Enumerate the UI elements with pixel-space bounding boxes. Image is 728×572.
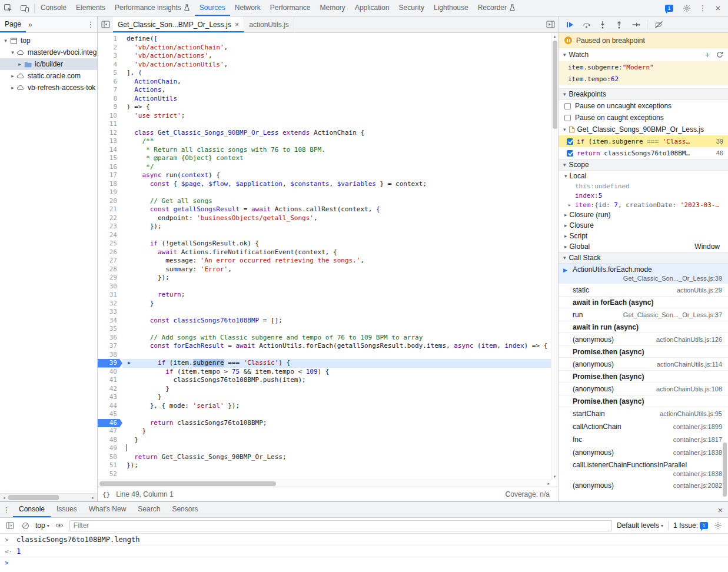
tab-memory[interactable]: Memory [315,0,350,16]
watch-item[interactable]: item.tempo: 62 [559,73,728,85]
line-number[interactable]: 51 [98,461,122,470]
console-input-row[interactable]: >classicSongs76to108BMP.length [0,534,728,546]
scrollbar-thumb[interactable] [553,41,557,129]
scope-section-local[interactable]: ▾Local [559,171,728,181]
line-number[interactable]: 30 [98,282,122,291]
tab-lighthouse[interactable]: Lighthouse [429,0,473,16]
code-text[interactable]: // Get all songs [122,197,551,206]
checkbox[interactable] [567,138,573,145]
line-number[interactable]: 17 [98,171,122,180]
code-text[interactable] [122,282,551,291]
line-number[interactable]: 38 [98,351,122,360]
tree-item-top[interactable]: ▾top [0,35,97,46]
line-number[interactable]: 18 [98,180,122,189]
line-number[interactable]: 42 [98,385,122,394]
toggle-pause-on-caught-exceptions[interactable]: Pause on caught exceptions [559,112,728,124]
code-text[interactable]: } [122,393,551,402]
code-text[interactable]: ], ( [122,69,551,78]
close-devtools-icon[interactable]: × [710,3,726,13]
stack-frame-actionutils-foreach-mode[interactable]: ▶ActionUtils.forEach.modeGet_Classic_Son… [559,264,728,284]
line-number[interactable]: 10 [98,112,122,121]
code-lines[interactable]: 1define([2 'vb/action/actionChain',3 'vb… [98,33,551,480]
code-text[interactable]: // Add songs with Classic subgenre and t… [122,334,551,342]
line-number[interactable]: 23 [98,222,122,231]
code-text[interactable]: 'use strict'; [122,112,551,121]
line-number[interactable]: 12 [98,129,122,138]
line-number[interactable]: 21 [98,205,122,214]
tab-performance[interactable]: Performance [265,0,315,16]
line-number[interactable]: 20 [98,197,122,206]
step-into-icon[interactable] [597,19,608,30]
step-out-icon[interactable] [614,19,624,30]
inspect-element-icon[interactable] [0,0,16,16]
code-text[interactable] [122,444,551,453]
scope-variable-this[interactable]: this: undefined [559,181,728,191]
line-number[interactable]: 16 [98,163,122,172]
code-text[interactable]: } [122,385,551,394]
editor-vertical-scrollbar[interactable]: ▴ ▾ [551,33,558,480]
code-text[interactable]: define([ [122,35,551,44]
code-text[interactable]: Actions, [122,86,551,95]
stack-frame-run[interactable]: runGet_Classic_Son..._Or_Less.js:37 [559,308,728,321]
code-text[interactable] [122,308,551,317]
resume-script-icon[interactable] [564,19,575,30]
scope-section-closure-run[interactable]: ▸Closure (run) [559,209,728,220]
line-number[interactable]: 7 [98,86,122,95]
tree-item-vb-refresh-access-tok[interactable]: ▸vb-refresh-access-tok [0,82,97,94]
code-text[interactable]: ▶ if (item.subgenre === 'Classic') { [122,359,551,368]
scrollbar-thumb[interactable] [8,495,59,500]
code-text[interactable]: */ [122,163,551,172]
code-text[interactable]: }, { mode: 'serial' }); [122,402,551,411]
code-text[interactable]: 'vb/action/actionChain', [122,44,551,52]
console-result-row[interactable]: <·1 [0,546,728,557]
line-number[interactable]: 37 [98,342,122,351]
deactivate-breakpoints-icon[interactable] [653,19,664,30]
tab-sources[interactable]: Sources [195,0,230,16]
step-icon[interactable] [630,19,641,30]
tree-item-static-oracle-com[interactable]: ▸static.oracle.com [0,70,97,82]
clear-console-icon[interactable] [20,520,31,531]
code-text[interactable]: return classicSongs76to108BMP; [122,419,551,428]
code-text[interactable]: await Actions.fireNotificationEvent(cont… [122,248,551,257]
line-number[interactable]: 47 [98,427,122,436]
code-text[interactable] [122,351,551,360]
breakpoint-entry[interactable]: if (item.subgenre === 'Class…39 [559,135,728,147]
line-number[interactable]: 32 [98,300,122,308]
code-text[interactable]: const getallSongsResult = await Actions.… [122,205,551,214]
console-prompt-row[interactable]: > [0,557,728,568]
pretty-print-icon[interactable]: {} [102,491,110,498]
line-number[interactable]: 34 [98,317,122,325]
debugger-scrollbar-thumb[interactable] [723,443,727,497]
chevron-right-icon[interactable]: ▸ [9,85,16,91]
line-number[interactable]: 36 [98,334,122,342]
settings-gear-icon[interactable] [679,0,695,16]
line-number[interactable]: 1 [98,35,122,44]
line-number[interactable]: 50 [98,453,122,462]
console-filter-input[interactable] [69,520,612,531]
close-drawer-icon[interactable]: × [713,505,728,515]
drawer-tab-sensors[interactable]: Sensors [166,502,204,517]
code-text[interactable] [122,188,551,197]
file-tab-get-classic-son-bmp-or-less-js[interactable]: Get_Classic_Son...BMP_Or_Less.js× [113,16,244,32]
watch-section-header[interactable]: ▾ Watch + [559,48,728,61]
code-text[interactable]: return; [122,291,551,300]
line-number[interactable]: 22 [98,214,122,223]
code-text[interactable]: async run(context) { [122,171,551,180]
line-number[interactable]: 43 [98,393,122,402]
line-number[interactable]: 35 [98,325,122,334]
tab-elements[interactable]: Elements [71,0,110,16]
line-number[interactable]: 11 [98,120,122,129]
device-toolbar-icon[interactable] [16,0,33,16]
code-text[interactable] [122,231,551,240]
navigator-horizontal-scrollbar[interactable]: ◂ ▸ [0,493,97,501]
log-levels-dropdown[interactable]: Default levels ▾ [617,521,663,530]
line-number[interactable]: 27 [98,257,122,265]
line-number[interactable]: 45 [98,410,122,419]
scroll-up-icon[interactable]: ▴ [551,33,558,39]
toggle-debugger-sidebar-icon[interactable] [543,16,558,32]
code-text[interactable]: class Get_Classic_Songs_90BMP_Or_Less ex… [122,129,551,138]
breakpoint-marker[interactable]: 39 [98,359,122,368]
step-over-icon[interactable] [581,19,591,30]
scope-section-header[interactable]: ▾ Scope [559,159,728,171]
tab-performance-insights[interactable]: Performance insights [110,0,195,16]
